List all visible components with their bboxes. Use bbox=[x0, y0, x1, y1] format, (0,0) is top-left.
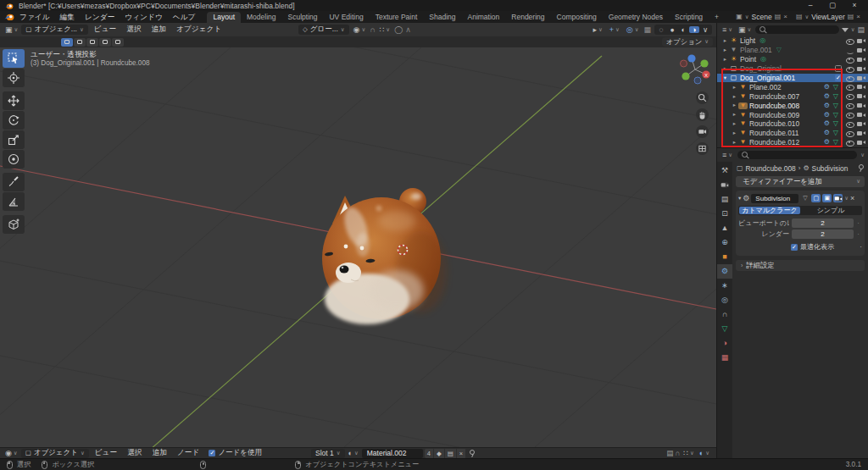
maximize-icon[interactable]: ▢ bbox=[824, 0, 841, 11]
tab-shading[interactable]: Shading bbox=[423, 12, 461, 23]
optimal-display-checkbox[interactable]: ✓ bbox=[791, 244, 798, 251]
menu-select[interactable]: 選択 bbox=[122, 25, 145, 35]
hide-in-viewport-icon[interactable] bbox=[845, 75, 854, 81]
levels-render-field[interactable]: 2 bbox=[792, 229, 854, 239]
outliner-row-dog-original-001[interactable]: ▾ ▢ Dog_Original.001 ✓ bbox=[717, 74, 868, 83]
disclosure-icon[interactable]: ▸ bbox=[721, 47, 729, 53]
editor-type-button[interactable]: ≡ ∨ bbox=[721, 26, 734, 34]
disable-in-render-icon[interactable] bbox=[857, 84, 865, 90]
disclosure-icon[interactable]: ▸ bbox=[731, 121, 738, 127]
tab-animation[interactable]: Animation bbox=[461, 12, 505, 23]
new-view-layer-icon[interactable]: ▤ bbox=[848, 14, 854, 20]
toggle-xray-icon[interactable]: ▦ bbox=[643, 26, 651, 34]
outliner-row-roundcube009[interactable]: ▸ ▼ Roundcube.009 ⚙ ▽ bbox=[717, 110, 868, 119]
disclosure-icon[interactable]: ▸ bbox=[721, 57, 729, 63]
disable-in-render-icon[interactable] bbox=[857, 112, 865, 118]
pan-button[interactable] bbox=[696, 108, 709, 121]
hide-in-viewport-icon[interactable] bbox=[845, 84, 854, 91]
snap-magnet-icon[interactable]: ∩ bbox=[370, 26, 375, 34]
material-slot-dropdown[interactable]: Slot 1 ∨ bbox=[311, 449, 345, 458]
on-cage-toggle[interactable]: ▢ bbox=[811, 194, 821, 202]
disable-in-render-icon[interactable] bbox=[857, 75, 865, 81]
animate-dot-icon[interactable]: · bbox=[856, 220, 860, 227]
disable-in-render-icon[interactable] bbox=[857, 102, 865, 108]
select-mode-new-button[interactable] bbox=[61, 38, 73, 47]
new-material-icon[interactable]: ▤ bbox=[445, 449, 457, 458]
hide-in-viewport-icon[interactable] bbox=[845, 65, 854, 72]
transform-orientation-dropdown[interactable]: ◇ グロー... ∨ bbox=[298, 25, 349, 35]
breadcrumb-modifier[interactable]: Subdivision bbox=[812, 164, 849, 173]
outliner-row-plane002[interactable]: ▸ ▼ Plane.002 ⚙ ▽ bbox=[717, 82, 868, 91]
toggle-perspective-button[interactable] bbox=[696, 142, 709, 155]
menu-object[interactable]: オブジェクト bbox=[172, 25, 225, 35]
realtime-display-toggle[interactable]: ▣ bbox=[822, 194, 832, 202]
tab-view-layer[interactable]: ⊡ bbox=[717, 207, 732, 221]
animate-dot-icon[interactable]: · bbox=[860, 244, 862, 251]
hide-in-viewport-icon[interactable] bbox=[845, 37, 854, 44]
animate-dot-icon[interactable]: · bbox=[856, 231, 860, 238]
minimize-icon[interactable]: – bbox=[802, 0, 819, 11]
add-workspace-button[interactable]: + bbox=[709, 12, 725, 23]
tab-object-data[interactable]: ▽ bbox=[717, 322, 732, 336]
scale-tool-button[interactable] bbox=[3, 130, 25, 149]
browse-material-dropdown[interactable]: ◐ ∨ bbox=[347, 450, 360, 457]
preview-shape-dropdown[interactable]: ◐ ∨ bbox=[698, 450, 711, 457]
tab-tool[interactable]: ⚒ bbox=[717, 163, 732, 178]
disable-in-render-icon[interactable] bbox=[857, 130, 865, 136]
snap-node-dropdown[interactable]: ∷ ∨ bbox=[682, 450, 696, 457]
new-scene-icon[interactable]: ▤ bbox=[775, 14, 782, 20]
properties-search-input[interactable] bbox=[737, 151, 857, 159]
hide-in-viewport-icon[interactable] bbox=[845, 120, 854, 127]
collection-name[interactable]: Dog_Original.001 bbox=[740, 74, 795, 82]
tab-compositing[interactable]: Compositing bbox=[551, 12, 603, 23]
disable-in-render-icon[interactable] bbox=[857, 47, 865, 53]
tab-render[interactable] bbox=[717, 178, 732, 192]
object-visibility-dropdown[interactable]: ▸ ∨ bbox=[592, 26, 604, 34]
shading-wireframe-icon[interactable]: ◌ bbox=[656, 26, 666, 34]
mode-dropdown[interactable]: ▢ オブジェク... ∨ bbox=[21, 25, 87, 35]
menu-edit[interactable]: 編集 bbox=[55, 11, 80, 23]
new-collection-icon[interactable]: ▤ bbox=[857, 26, 865, 34]
extras-dropdown-icon[interactable]: ∨ bbox=[844, 196, 849, 202]
tab-constraints[interactable]: ∩ bbox=[717, 307, 732, 322]
tab-scene[interactable]: ▲ bbox=[717, 221, 732, 235]
axis-z-handle[interactable] bbox=[687, 54, 695, 62]
tab-output[interactable]: ▤ bbox=[717, 192, 732, 207]
tab-world[interactable]: ⊕ bbox=[717, 235, 732, 250]
disable-in-render-icon[interactable] bbox=[857, 57, 865, 63]
tab-rendering[interactable]: Rendering bbox=[505, 12, 550, 23]
editor-type-button[interactable]: ≡ ∨ bbox=[721, 152, 734, 159]
move-tool-button[interactable] bbox=[3, 91, 25, 110]
simple-tab[interactable]: シンプル bbox=[800, 207, 861, 214]
view-layer-selector[interactable]: ▤ ∨ ViewLayer ▤ × bbox=[796, 13, 860, 21]
shiba-model[interactable] bbox=[322, 188, 447, 324]
disable-in-render-icon[interactable] bbox=[857, 66, 865, 72]
object-name[interactable]: Plane.002 bbox=[749, 83, 782, 91]
remove-modifier-icon[interactable]: × bbox=[850, 195, 854, 202]
edit-mode-display-toggle[interactable]: ▽ bbox=[800, 194, 810, 202]
blender-menu-logo-icon[interactable] bbox=[4, 13, 14, 21]
pivot-point-dropdown[interactable]: ◉ ∨ bbox=[352, 26, 368, 34]
tab-sculpting[interactable]: Sculpting bbox=[282, 12, 324, 23]
hide-in-viewport-icon[interactable] bbox=[845, 93, 854, 100]
material-name-field[interactable]: Material.002 bbox=[362, 449, 423, 458]
tab-texture[interactable]: ▦ bbox=[717, 351, 732, 365]
object-name[interactable]: Roundcube.011 bbox=[749, 129, 799, 137]
menu-render[interactable]: レンダー bbox=[80, 11, 120, 23]
disclosure-icon[interactable]: ▸ bbox=[731, 85, 738, 91]
outliner-row-dog-original[interactable]: ▸ ▢ Dog_Original bbox=[717, 64, 868, 74]
hide-in-viewport-icon[interactable] bbox=[845, 130, 854, 136]
object-name[interactable]: Point bbox=[740, 55, 756, 64]
hide-in-viewport-icon[interactable] bbox=[845, 112, 854, 119]
snap-magnet-icon[interactable]: ∩ bbox=[675, 450, 680, 457]
options-dropdown[interactable]: オプション ∨ bbox=[662, 37, 713, 47]
object-name[interactable]: Roundcube.009 bbox=[749, 111, 799, 119]
tab-physics[interactable]: ◎ bbox=[717, 293, 732, 307]
tab-material[interactable]: ◑ bbox=[717, 336, 732, 351]
disclosure-icon[interactable]: ▸ bbox=[731, 102, 738, 108]
menu-view[interactable]: ビュー bbox=[91, 448, 121, 458]
display-mode-dropdown[interactable]: ▣ ∨ bbox=[737, 26, 753, 34]
transform-tool-button[interactable] bbox=[3, 150, 25, 169]
menu-select[interactable]: 選択 bbox=[123, 448, 146, 458]
pin-icon[interactable] bbox=[468, 450, 475, 457]
